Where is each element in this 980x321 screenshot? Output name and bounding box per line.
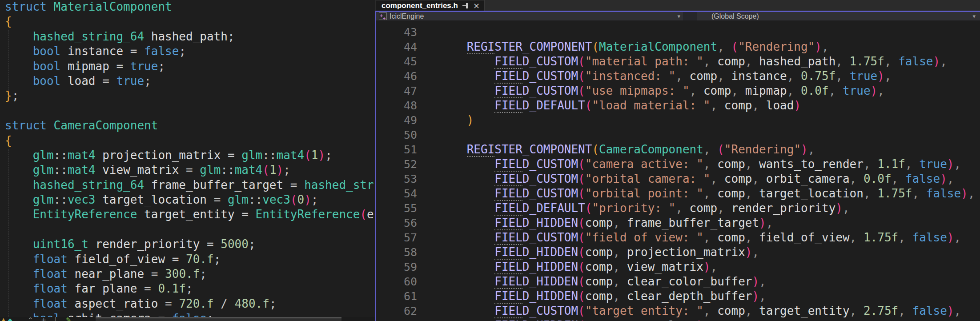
code-token: ( <box>592 40 599 53</box>
code-line[interactable]: { <box>5 133 375 148</box>
code-line[interactable]: float aspect_ratio = 720.f / 480.f; <box>5 297 375 311</box>
code-token <box>96 163 103 177</box>
plus-icon: + <box>41 317 47 321</box>
line-number[interactable]: 57 <box>375 230 417 245</box>
code-line[interactable]: 52 FIELD_CUSTOM("camera active: ", comp,… <box>375 157 980 172</box>
code-line[interactable]: float near_plane = 300.f; <box>5 267 375 281</box>
code-token: , <box>954 231 961 244</box>
code-token: , <box>905 157 919 171</box>
code-token: ( <box>578 187 585 200</box>
line-number[interactable]: 47 <box>375 84 417 98</box>
code-token: , <box>613 275 627 288</box>
code-token: , <box>717 201 731 215</box>
code-token: ( <box>578 55 585 68</box>
code-token: render_priority <box>96 237 200 251</box>
code-line[interactable]: glm::mat4 view_matrix = glm::mat4(1); <box>5 163 375 177</box>
line-number[interactable]: 52 <box>375 157 417 172</box>
code-token: ( <box>578 84 585 97</box>
code-line[interactable]: bool instance = false; <box>5 44 375 59</box>
code-token: D_CUSTOM <box>522 55 578 68</box>
code-line[interactable]: 63 FIELD_HIDDEN(comp, near_plane), <box>375 318 980 321</box>
code-token: REGI <box>467 40 495 54</box>
code-line[interactable]: 62 FIELD_CUSTOM("target entity: ", comp,… <box>375 304 980 318</box>
code-line[interactable]: 46 FIELD_CUSTOM("instanced: ", comp, ins… <box>375 69 980 84</box>
code-token <box>439 99 494 112</box>
left-code-area[interactable]: struct MaterialComponent{ hashed_string_… <box>0 0 375 321</box>
line-number[interactable]: 62 <box>375 304 417 318</box>
tab-component-entries[interactable]: component_entries.h × <box>376 0 485 11</box>
line-number[interactable]: 44 <box>375 40 417 54</box>
line-number[interactable]: 49 <box>375 113 417 128</box>
line-number[interactable]: 51 <box>375 142 417 157</box>
code-line[interactable]: 45 FIELD_CUSTOM("material path: ", comp,… <box>375 54 980 69</box>
code-text: float far_plane = 0.1f; <box>5 282 193 295</box>
code-token: ) <box>304 193 311 206</box>
line-number[interactable]: 50 <box>375 128 417 142</box>
code-token: frame_buffer_target <box>627 216 759 229</box>
line-number[interactable]: 46 <box>375 69 417 84</box>
code-line[interactable]: }; <box>5 88 375 103</box>
code-line[interactable]: glm::vec3 target_location = glm::vec3(0)… <box>5 193 375 207</box>
code-line[interactable]: 49 ) <box>375 113 980 128</box>
line-number[interactable]: 54 <box>375 186 417 201</box>
pin-icon[interactable] <box>462 3 469 9</box>
code-line[interactable]: uint16_t render_priority = 5000; <box>5 237 375 252</box>
line-number[interactable]: 56 <box>375 216 417 230</box>
code-line[interactable]: bool load = true; <box>5 74 375 88</box>
code-line[interactable]: 44 REGISTER_COMPONENT(MaterialComponent,… <box>375 40 980 54</box>
code-line[interactable]: struct MaterialComponent <box>5 0 375 14</box>
code-line[interactable]: bool mipmap = true; <box>5 59 375 74</box>
code-line[interactable]: 43 <box>375 25 980 40</box>
code-line[interactable] <box>5 222 375 237</box>
line-number[interactable]: 48 <box>375 98 417 113</box>
line-number[interactable]: 58 <box>375 245 417 260</box>
code-line[interactable]: 61 FIELD_HIDDEN(comp, clear_depth_buffer… <box>375 289 980 304</box>
code-line[interactable]: 59 FIELD_HIDDEN(comp, view_matrix), <box>375 260 980 274</box>
code-line[interactable]: 58 FIELD_HIDDEN(comp, projection_matrix)… <box>375 245 980 260</box>
line-number[interactable]: 53 <box>375 172 417 186</box>
code-text: FIELD_CUSTOM("camera active: ", comp, wa… <box>417 157 961 172</box>
code-line[interactable]: 51 REGISTER_COMPONENT(CameraComponent, (… <box>375 142 980 157</box>
code-line[interactable]: 48 FIELD_DEFAULT("load material: ", comp… <box>375 98 980 113</box>
code-token: MaterialComponent <box>54 0 172 13</box>
code-line[interactable]: 55 FIELD_DEFAULT("priority: ", comp, ren… <box>375 201 980 216</box>
code-line[interactable]: 57 FIELD_CUSTOM("field of view: ", comp,… <box>375 230 980 245</box>
line-number[interactable]: 45 <box>375 54 417 69</box>
code-token: FIEL <box>494 69 522 84</box>
code-line[interactable]: 50 <box>375 128 980 142</box>
code-token: ; <box>186 282 193 295</box>
close-icon[interactable]: × <box>473 2 480 10</box>
code-text: FIELD_HIDDEN(comp, frame_buffer_target), <box>417 216 773 230</box>
code-line[interactable]: float field_of_view = 70.f; <box>5 252 375 267</box>
code-token: = <box>221 148 241 162</box>
popup-top-edge <box>96 317 341 321</box>
line-number[interactable]: 43 <box>375 25 417 40</box>
code-text: FIELD_CUSTOM("field of view: ", comp, fi… <box>417 230 961 245</box>
line-number[interactable]: 61 <box>375 289 417 304</box>
line-number[interactable]: 59 <box>375 260 417 274</box>
code-line[interactable]: 47 FIELD_CUSTOM("use mipmaps: ", comp, m… <box>375 84 980 98</box>
left-code-editor[interactable]: struct MaterialComponent{ hashed_string_… <box>0 0 375 321</box>
code-line[interactable]: 54 FIELD_CUSTOM("orbital point: ", comp,… <box>375 186 980 201</box>
code-line[interactable]: hashed_string_64 frame_buffer_target = h… <box>5 178 375 193</box>
code-token: ) <box>801 143 808 156</box>
code-line[interactable]: { <box>5 14 375 29</box>
code-line[interactable]: 60 FIELD_HIDDEN(comp, clear_color_buffer… <box>375 274 980 289</box>
code-token: ( <box>262 163 269 177</box>
project-icon: ++ <box>379 12 387 20</box>
line-number[interactable]: 55 <box>375 201 417 216</box>
code-area[interactable]: 4344 REGISTER_COMPONENT(MaterialComponen… <box>375 20 980 321</box>
code-line[interactable] <box>5 104 375 118</box>
code-line[interactable]: struct CameraComponent <box>5 118 375 133</box>
project-dropdown[interactable]: ++ IciclEngine ▾ <box>376 12 683 20</box>
code-line[interactable]: 53 FIELD_CUSTOM("orbital camera: ", comp… <box>375 172 980 186</box>
line-number[interactable]: 60 <box>375 274 417 289</box>
code-line[interactable]: glm::mat4 projection_matrix = glm::mat4(… <box>5 148 375 163</box>
code-text: float near_plane = 300.f; <box>5 267 207 281</box>
code-line[interactable]: float far_plane = 0.1f; <box>5 281 375 296</box>
code-line[interactable]: hashed_string_64 hashed_path; <box>5 29 375 44</box>
scope-dropdown[interactable]: (Global Scope) ▾ <box>697 12 980 20</box>
code-line[interactable]: 56 FIELD_HIDDEN(comp, frame_buffer_targe… <box>375 216 980 230</box>
code-line[interactable]: EntityReference target_entity = EntityRe… <box>5 207 375 222</box>
line-number[interactable]: 63 <box>375 318 417 321</box>
